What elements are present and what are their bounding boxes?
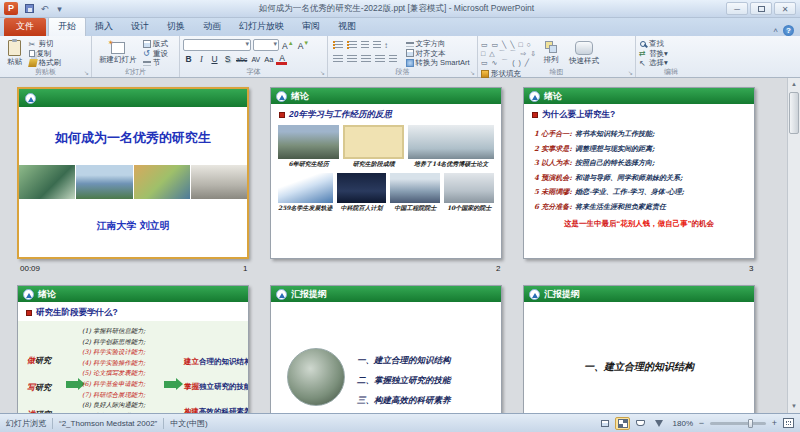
bold-button[interactable]: B — [183, 54, 194, 64]
scroll-down-icon[interactable]: ▼ — [788, 400, 800, 413]
line-spacing-icon[interactable]: ↕ — [384, 41, 388, 50]
cut-button[interactable]: 剪切 — [29, 39, 62, 48]
restore-button[interactable] — [750, 2, 772, 15]
tab-insert[interactable]: 插入 — [86, 18, 122, 36]
new-slide-button[interactable]: 新建幻灯片 — [95, 38, 141, 68]
zoom-slider-thumb[interactable] — [748, 419, 753, 428]
quick-styles-button[interactable]: 快速样式 — [565, 38, 603, 68]
layout-button[interactable]: 版式 — [143, 39, 168, 48]
tab-view[interactable]: 视图 — [329, 18, 365, 36]
select-button[interactable]: 选择 ▾ — [639, 58, 668, 67]
reset-button[interactable]: 重设 — [143, 49, 168, 58]
underline-button[interactable]: U — [209, 54, 220, 64]
tab-transitions[interactable]: 切换 — [158, 18, 194, 36]
window-title: 如何成为一名优秀的研究生-2022版.ppt [兼容模式] - Microsof… — [67, 3, 726, 15]
collapse-ribbon-icon[interactable]: ˄ — [773, 26, 778, 35]
tab-file[interactable]: 文件 — [4, 18, 46, 36]
character-spacing-button[interactable]: AV — [250, 56, 261, 63]
align-left-icon[interactable] — [333, 55, 343, 63]
photo-academician — [390, 173, 440, 203]
slide3-footer: 这是一生中最后“花别人钱，做自己事”的机会 — [524, 219, 754, 229]
paragraph-dialog-launcher[interactable]: ↘ — [470, 69, 475, 76]
normal-view-button[interactable] — [597, 417, 612, 430]
undo-button[interactable]: ↶ — [37, 2, 52, 16]
decrease-indent-icon[interactable] — [361, 41, 369, 49]
slide-thumbnail-2[interactable]: 绪论 20年学习与工作经历的反思 6年研究生经历 研究生阶段成绩 培养了14名优… — [270, 87, 502, 259]
columns-icon[interactable] — [389, 55, 397, 63]
slide-sorter-canvas[interactable]: 如何成为一名优秀的研究生 江南大学 刘立明 00:09 1 绪论 20年学习与工… — [0, 78, 787, 413]
tab-review[interactable]: 审阅 — [293, 18, 329, 36]
vertical-scrollbar[interactable]: ▲ ▼ — [787, 78, 800, 413]
minimize-button[interactable]: ─ — [726, 2, 748, 15]
text-direction-button[interactable]: 文字方向 — [406, 39, 470, 48]
photo-certificate — [343, 125, 404, 159]
font-dialog-launcher[interactable]: ↘ — [320, 69, 325, 76]
slide1-number: 1 — [243, 264, 247, 273]
campus-photo-strip — [19, 165, 247, 199]
align-center-icon[interactable] — [347, 55, 357, 63]
arrange-button[interactable]: 排列 — [540, 38, 563, 68]
theme-name[interactable]: “2_Thomson Medstat 2002” — [59, 419, 157, 428]
numbering-icon[interactable] — [347, 41, 357, 49]
increase-indent-icon[interactable] — [373, 41, 381, 49]
slide-sorter-view-button[interactable] — [615, 417, 630, 430]
shapes-gallery[interactable]: ▭ ▭ ╲ ╲ □ ○ □ △ ⌒ ⌒ ⇨ ⇩ ▭ ∿ ⌒ ( ) ╱ — [481, 38, 537, 68]
scrollbar-thumb[interactable] — [789, 92, 799, 134]
strikethrough-button[interactable]: abc — [235, 56, 248, 63]
copy-button[interactable]: 复制 — [29, 49, 62, 58]
tab-slideshow[interactable]: 幻灯片放映 — [230, 18, 293, 36]
zoom-level[interactable]: 180% — [669, 419, 693, 428]
align-text-icon — [406, 49, 414, 57]
group-paragraph: ↕ 文字方向 对齐文本 转换为 SmartArt 段落 ↘ — [328, 36, 478, 77]
drawing-dialog-launcher[interactable]: ↘ — [628, 69, 633, 76]
slide-thumbnail-3[interactable]: 绪论 为什么要上研究生? 1 心手合一:将书本知识转为工作技能; 2 实事求是:… — [523, 87, 755, 259]
align-text-button[interactable]: 对齐文本 — [406, 49, 470, 58]
help-icon[interactable]: ? — [783, 25, 794, 36]
save-button[interactable] — [22, 1, 37, 17]
slide-thumbnail-5[interactable]: 汇报提纲 一、建立合理的知识结构 二、掌握独立研究的技能 三、构建高效的科研素养 — [270, 285, 502, 413]
slide-thumbnail-6[interactable]: 汇报提纲 一、建立合理的知识结构 — [523, 285, 755, 413]
smartart-button[interactable]: 转换为 SmartArt — [406, 58, 470, 67]
find-button[interactable]: 查找 — [639, 39, 668, 48]
tab-home[interactable]: 开始 — [48, 17, 86, 36]
clipboard-dialog-launcher[interactable]: ↘ — [84, 69, 89, 76]
slide-header-band: 绪论 — [271, 88, 501, 104]
zoom-in-button[interactable]: + — [769, 418, 780, 428]
fit-to-window-button[interactable] — [783, 418, 794, 428]
replace-button[interactable]: 替换 ▾ — [639, 49, 668, 58]
font-family-select[interactable] — [183, 39, 251, 51]
shrink-font-button[interactable]: A▼ — [297, 40, 311, 51]
reading-view-button[interactable] — [633, 417, 648, 430]
slide1-title: 如何成为一名优秀的研究生 — [19, 129, 247, 147]
align-right-icon[interactable] — [361, 55, 371, 63]
section-button[interactable]: 节 — [143, 58, 168, 67]
close-button[interactable]: ✕ — [774, 2, 796, 15]
tab-animations[interactable]: 动画 — [194, 18, 230, 36]
italic-button[interactable]: I — [196, 54, 207, 64]
slideshow-button[interactable] — [651, 417, 666, 430]
font-color-button[interactable]: A — [276, 54, 287, 65]
tab-design[interactable]: 设计 — [122, 18, 158, 36]
language-indicator[interactable]: 中文(中国) — [170, 418, 207, 429]
format-painter-button[interactable]: 格式刷 — [29, 58, 62, 67]
slide-header-band — [19, 89, 247, 107]
shadow-button[interactable]: S — [222, 54, 233, 64]
ribbon: 粘贴 剪切 复制 格式刷 剪贴板 ↘ 新建幻灯片 版式 重设 节 幻灯片 A▲ … — [0, 36, 800, 78]
quick-access-dropdown[interactable]: ▾ — [52, 2, 67, 16]
change-case-button[interactable]: Aa — [263, 55, 274, 64]
layout-icon — [143, 40, 151, 48]
scissors-icon — [29, 40, 37, 48]
paste-button[interactable]: 粘贴 — [3, 38, 26, 68]
justify-icon[interactable] — [375, 55, 385, 63]
divider — [52, 418, 53, 429]
font-size-select[interactable] — [253, 39, 279, 51]
app-icon[interactable]: P — [4, 2, 18, 15]
slide-thumbnail-4[interactable]: 绪论 研究生阶段要学什么? 做研究 写研究 讲研究 (1) 掌握科研信息能力; … — [17, 285, 249, 413]
zoom-slider[interactable] — [710, 422, 766, 425]
grow-font-button[interactable]: A▲ — [281, 40, 295, 51]
scroll-up-icon[interactable]: ▲ — [788, 78, 800, 91]
slide-thumbnail-1[interactable]: 如何成为一名优秀的研究生 江南大学 刘立明 — [17, 87, 249, 259]
zoom-out-button[interactable]: − — [696, 418, 707, 428]
bullets-icon[interactable] — [333, 41, 343, 49]
reading-view-icon — [636, 420, 645, 426]
